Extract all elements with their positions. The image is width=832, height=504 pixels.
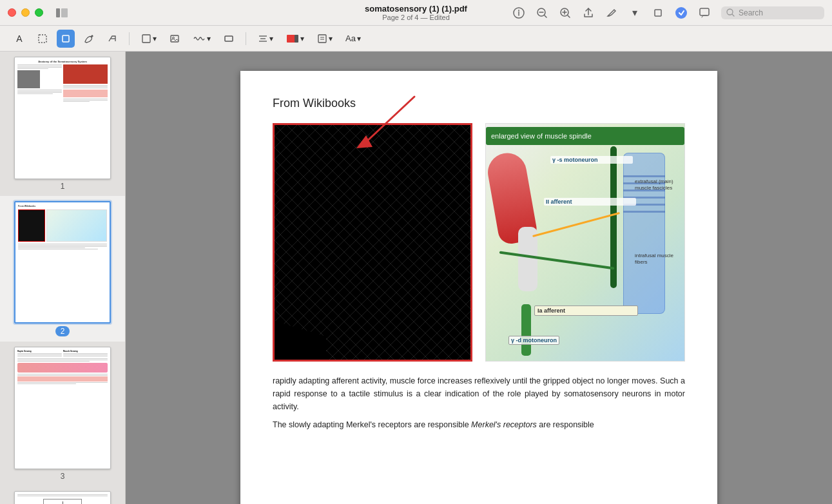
svg-line-7 xyxy=(545,15,547,17)
pdf-page: From Wikibooks enlarged view of muscle s… xyxy=(240,71,717,504)
markup-icon[interactable] xyxy=(675,6,688,19)
sidebar-page-2[interactable]: From Wikibooks 2 xyxy=(0,196,125,342)
svg-rect-30 xyxy=(318,35,326,43)
color-dropdown[interactable]: ▾ xyxy=(282,31,308,46)
svg-rect-22 xyxy=(171,35,179,42)
pen-dropdown-icon[interactable]: ▾ xyxy=(628,6,641,19)
svg-point-13 xyxy=(675,7,687,19)
search-box[interactable]: Search xyxy=(721,6,824,19)
content-area[interactable]: From Wikibooks enlarged view of muscle s… xyxy=(126,52,832,504)
image-tool-button[interactable] xyxy=(166,30,184,48)
svg-line-11 xyxy=(568,15,570,17)
maximize-button[interactable] xyxy=(35,8,43,17)
svg-rect-24 xyxy=(225,36,233,41)
from-wikibooks-label: From Wikibooks xyxy=(273,97,685,110)
svg-rect-1 xyxy=(61,8,68,17)
minimize-button[interactable] xyxy=(21,8,30,17)
sidebar-page-3[interactable]: Haptic Sensing Muscle Sensing xyxy=(0,342,125,486)
svg-rect-12 xyxy=(655,10,661,16)
toolbar: A ▾ xyxy=(0,26,832,52)
thumbnail-3: Haptic Sensing Muscle Sensing xyxy=(14,347,111,469)
svg-rect-29 xyxy=(295,35,298,43)
page-images: enlarged view of muscle spindle xyxy=(273,123,685,362)
black-shape xyxy=(275,321,326,360)
toolbar-separator-1 xyxy=(129,32,130,45)
diagram-label-extrafusal: extrafusal (main) muscle fascicles xyxy=(635,179,683,192)
thumbnail-4 xyxy=(14,491,111,504)
page-number-3: 3 xyxy=(61,472,65,481)
zoom-out-icon[interactable] xyxy=(536,6,548,19)
svg-rect-28 xyxy=(287,35,295,43)
merkel-text: Merkel's receptors xyxy=(471,420,537,429)
diagram-label-gamma-d: γ -d motoneuron xyxy=(508,336,559,345)
page-number-1: 1 xyxy=(61,182,65,191)
wave-tool-dropdown[interactable]: ▾ xyxy=(189,31,215,46)
toolbar-separator-2 xyxy=(246,32,246,45)
titlebar: somatosensory (1) (1).pdf Page 2 of 4 — … xyxy=(0,0,832,26)
comment-icon[interactable] xyxy=(698,6,711,19)
sidebar-page-1[interactable]: Anatomy of the Somatosensory System xyxy=(0,52,125,196)
rect-draw-button[interactable] xyxy=(220,30,238,48)
svg-rect-0 xyxy=(56,8,60,17)
title-info: somatosensory (1) (1).pdf Page 2 of 4 — … xyxy=(365,4,467,21)
close-button[interactable] xyxy=(8,8,16,17)
svg-point-4 xyxy=(518,10,519,11)
font-dropdown[interactable]: Aa ▾ xyxy=(342,31,365,46)
shape-dropdown[interactable]: ▾ xyxy=(137,31,160,46)
crop-icon[interactable] xyxy=(652,6,664,19)
thumbnail-1: Anatomy of the Somatosensory System xyxy=(14,57,111,179)
page-body-text: rapidly adapting afferent activity, musc… xyxy=(273,374,685,431)
sidebar-toggle-button[interactable] xyxy=(53,6,70,20)
diagram-label-gamma-s: γ -s motoneuron xyxy=(550,156,633,164)
lasso-select-button[interactable] xyxy=(57,30,75,48)
diagram-label-Ia: Ia afferent xyxy=(534,305,638,316)
pen-icon[interactable] xyxy=(605,6,618,19)
zoom-in-icon[interactable] xyxy=(559,6,572,19)
black-image-box xyxy=(273,123,472,362)
body-paragraph-2: The slowly adapting Merkel's receptors a… xyxy=(273,418,685,431)
diagram-label-II: II afferent xyxy=(544,198,636,206)
diagram-title: enlarged view of muscle spindle xyxy=(491,132,592,140)
anatomy-diagram: enlarged view of muscle spindle xyxy=(485,123,685,362)
svg-line-16 xyxy=(732,14,734,16)
window-buttons xyxy=(8,8,43,17)
sidebar-page-4[interactable]: 4 xyxy=(0,486,125,504)
draw-tool-button[interactable] xyxy=(80,30,98,48)
svg-rect-17 xyxy=(39,35,46,43)
page-info: Page 2 of 4 — Edited xyxy=(382,14,450,21)
note-dropdown[interactable]: ▾ xyxy=(313,31,336,46)
titlebar-controls: ▾ Search xyxy=(512,6,824,19)
body-paragraph-1: rapidly adapting afferent activity, musc… xyxy=(273,374,685,413)
text-tool-button[interactable]: A xyxy=(10,30,28,48)
sidebar: Anatomy of the Somatosensory System xyxy=(0,52,126,504)
diagram-label-intrafusal: intrafusal muscle fibers xyxy=(635,253,683,266)
search-placeholder: Search xyxy=(739,8,763,17)
svg-rect-14 xyxy=(700,8,709,15)
info-icon[interactable] xyxy=(512,6,525,19)
share-icon[interactable] xyxy=(582,6,595,19)
erase-tool-button[interactable] xyxy=(103,30,121,48)
main-area: Anatomy of the Somatosensory System xyxy=(0,52,832,504)
diagram-title-bar: enlarged view of muscle spindle xyxy=(486,127,684,145)
align-dropdown[interactable]: ▾ xyxy=(254,31,277,46)
page-number-2: 2 xyxy=(55,326,70,336)
window-title: somatosensory (1) (1).pdf xyxy=(365,4,467,14)
thumbnail-2: From Wikibooks xyxy=(14,201,111,324)
svg-rect-21 xyxy=(142,35,150,43)
rect-select-button[interactable] xyxy=(34,30,52,48)
